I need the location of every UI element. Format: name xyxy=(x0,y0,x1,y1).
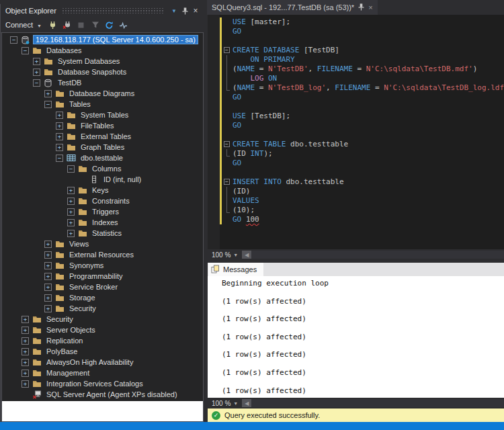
tree-item[interactable]: +FileTables xyxy=(2,120,203,131)
expand-icon[interactable]: + xyxy=(67,198,75,205)
tab-messages[interactable]: Messages xyxy=(208,263,263,276)
code-token: (ID) xyxy=(233,187,251,196)
tree-item[interactable]: +Service Broker xyxy=(2,282,203,292)
tree-item[interactable]: +Management xyxy=(2,368,203,378)
tree-item[interactable]: +External Tables xyxy=(2,131,203,142)
expand-icon[interactable]: + xyxy=(44,305,52,312)
connect-button[interactable]: Connect xyxy=(5,21,33,29)
expand-icon[interactable]: + xyxy=(44,273,52,280)
scroll-left-icon[interactable]: ◀ xyxy=(242,399,251,407)
chevron-down-icon[interactable]: ▼ xyxy=(233,253,242,257)
expand-icon[interactable]: + xyxy=(22,337,29,345)
tree-item[interactable]: +Security xyxy=(2,303,203,314)
collapse-icon[interactable]: − xyxy=(67,165,75,173)
object-explorer-tree[interactable]: −192.168.118.177 (SQL Server 14.0.600.25… xyxy=(2,33,203,401)
refresh-icon[interactable] xyxy=(103,19,116,30)
expand-icon[interactable]: + xyxy=(44,251,52,259)
disconnect-plug-icon[interactable] xyxy=(61,19,73,30)
expand-icon[interactable]: + xyxy=(22,348,29,355)
activity-monitor-icon[interactable] xyxy=(118,19,130,30)
stop-icon[interactable] xyxy=(75,19,87,30)
expand-icon[interactable]: + xyxy=(22,327,29,334)
tree-item[interactable]: SQL Server Agent (Agent XPs disabled) xyxy=(2,389,203,400)
expand-icon[interactable]: + xyxy=(33,69,40,76)
expand-icon[interactable]: + xyxy=(67,187,75,194)
close-icon[interactable]: × xyxy=(368,4,372,11)
code-token xyxy=(233,55,251,64)
tree-item[interactable]: −Databases xyxy=(2,45,203,56)
expand-icon[interactable]: + xyxy=(67,230,75,237)
pin-icon[interactable] xyxy=(358,3,364,12)
tree-item[interactable]: +Database Diagrams xyxy=(2,88,203,99)
fold-margin xyxy=(222,36,233,46)
tree-item[interactable]: +Storage xyxy=(2,292,203,303)
chevron-down-icon[interactable]: ▼ xyxy=(233,401,242,406)
tree-item[interactable]: −dbo.testtable xyxy=(2,153,203,163)
collapse-icon[interactable]: − xyxy=(56,155,63,162)
expand-icon[interactable]: + xyxy=(44,241,52,248)
fold-collapse-icon[interactable]: − xyxy=(222,46,233,55)
object-explorer-titlebar[interactable]: Object Explorer ▼ × xyxy=(1,4,204,17)
expand-icon[interactable]: + xyxy=(44,294,52,302)
tree-item[interactable]: +Integration Services Catalogs xyxy=(2,378,203,389)
tree-item[interactable]: −Columns xyxy=(2,163,203,174)
tree-item[interactable]: +Database Snapshots xyxy=(2,67,203,77)
messages-zoom-level[interactable]: 100 % xyxy=(208,400,233,407)
chevron-down-icon[interactable]: ▼ xyxy=(169,5,179,16)
tree-item[interactable]: ID (int, null) xyxy=(2,174,203,185)
tree-item[interactable]: +Security xyxy=(2,314,203,325)
tree-item[interactable]: +Programmability xyxy=(2,271,203,282)
tree-item[interactable]: +Server Objects xyxy=(2,325,203,335)
expand-icon[interactable]: + xyxy=(44,90,52,97)
tree-item[interactable]: +PolyBase xyxy=(2,346,203,357)
collapse-icon[interactable]: − xyxy=(44,101,52,108)
tree-item[interactable]: +Graph Tables xyxy=(2,142,203,153)
filter-icon[interactable] xyxy=(89,19,101,30)
tree-item[interactable]: +Views xyxy=(2,239,203,249)
expand-icon[interactable]: + xyxy=(44,284,52,291)
expand-icon[interactable]: + xyxy=(56,144,63,151)
connect-dropdown-caret[interactable]: ▼ xyxy=(37,24,42,28)
close-icon[interactable]: × xyxy=(190,5,201,16)
tree-item[interactable]: +Statistics xyxy=(2,228,203,239)
code-token: GO xyxy=(233,93,241,102)
tree-item[interactable]: +External Resources xyxy=(2,249,203,260)
tree-item[interactable]: +Triggers xyxy=(2,206,203,217)
tree-item[interactable]: +AlwaysOn High Availability xyxy=(2,357,203,368)
expand-icon[interactable]: + xyxy=(44,262,52,269)
collapse-icon[interactable]: − xyxy=(10,36,17,44)
editor-zoom-level[interactable]: 100 % xyxy=(208,251,233,259)
collapse-icon[interactable]: − xyxy=(22,47,29,54)
tree-item[interactable]: +Constraints xyxy=(2,196,203,206)
tree-item[interactable]: +System Tables xyxy=(2,110,203,120)
fold-collapse-icon[interactable]: − xyxy=(222,177,233,187)
expand-icon[interactable]: + xyxy=(56,112,63,119)
scroll-left-icon[interactable]: ◀ xyxy=(242,251,251,259)
expand-icon[interactable]: + xyxy=(67,219,75,226)
expand-icon[interactable]: + xyxy=(22,380,29,388)
tree-item[interactable]: +Replication xyxy=(2,335,203,346)
sql-editor[interactable]: USE [master];GO−CREATE DATABASE [TestDB]… xyxy=(208,15,504,249)
expand-icon[interactable]: + xyxy=(67,208,75,216)
document-tab[interactable]: SQLQuery3.sql - 192...77.TestDB (sa (53)… xyxy=(207,0,378,15)
connect-plug-icon[interactable] xyxy=(47,19,59,30)
expand-icon[interactable]: + xyxy=(22,359,29,366)
tree-item[interactable]: +Synonyms xyxy=(2,260,203,271)
expand-icon[interactable]: + xyxy=(56,133,63,140)
expand-icon[interactable]: + xyxy=(33,58,40,65)
tree-item[interactable]: +Keys xyxy=(2,185,203,196)
tree-item[interactable]: −Tables xyxy=(2,99,203,110)
fold-collapse-icon[interactable]: − xyxy=(222,140,233,149)
expand-icon[interactable]: + xyxy=(22,370,29,377)
expand-icon[interactable]: + xyxy=(56,122,63,130)
tree-item[interactable]: +Indexes xyxy=(2,217,203,228)
tree-item[interactable]: +System Databases xyxy=(2,56,203,67)
expand-icon[interactable]: + xyxy=(22,316,29,323)
collapse-icon[interactable]: − xyxy=(33,79,40,87)
tree-item[interactable]: −192.168.118.177 (SQL Server 14.0.600.25… xyxy=(2,34,203,45)
horizontal-scrollbar[interactable] xyxy=(251,399,504,407)
pin-icon[interactable] xyxy=(179,5,190,16)
horizontal-scrollbar[interactable] xyxy=(251,251,504,259)
tree-item-label: Management xyxy=(44,368,91,378)
tree-item[interactable]: −TestDB xyxy=(2,77,203,88)
